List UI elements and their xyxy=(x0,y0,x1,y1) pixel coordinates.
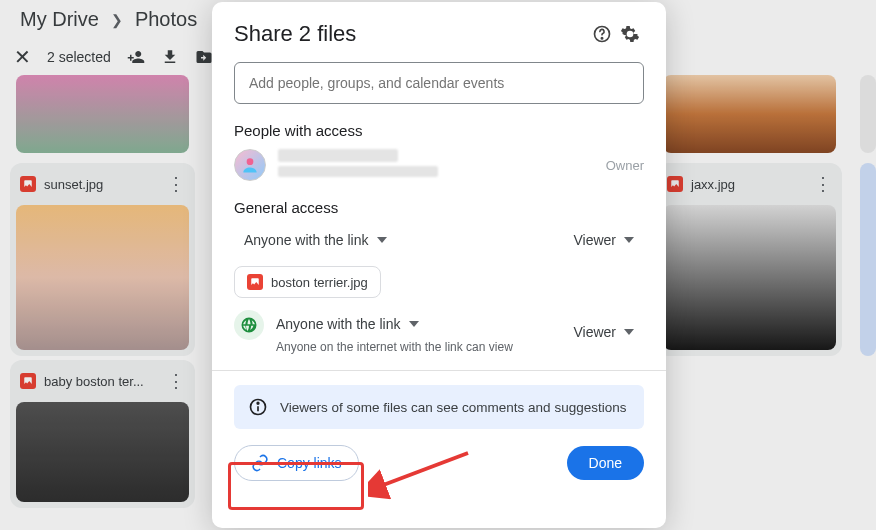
image-badge-icon xyxy=(20,176,36,192)
person-email-redacted xyxy=(278,166,438,177)
role-owner-label: Owner xyxy=(606,158,644,173)
file-name: sunset.jpg xyxy=(44,177,103,192)
avatar xyxy=(234,149,266,181)
file-thumbnail[interactable] xyxy=(663,205,836,350)
file-tile[interactable]: sunset.jpg ⋮ xyxy=(10,163,195,356)
person-name-redacted xyxy=(278,149,398,162)
dialog-title: Share 2 files xyxy=(234,21,588,47)
caret-down-icon xyxy=(624,237,634,243)
file-chip[interactable]: boston terrier.jpg xyxy=(234,266,381,298)
svg-point-1 xyxy=(601,38,602,39)
role-dropdown[interactable]: Viewer xyxy=(563,226,644,254)
file-thumbnail[interactable] xyxy=(16,205,189,350)
download-icon[interactable] xyxy=(161,48,179,66)
file-thumbnail[interactable] xyxy=(16,75,189,153)
crumb-photos[interactable]: Photos xyxy=(135,8,197,31)
file-thumbnail[interactable] xyxy=(860,75,876,153)
file-chip-label: boston terrier.jpg xyxy=(271,275,368,290)
selection-count: 2 selected xyxy=(47,49,111,65)
file-tile[interactable] xyxy=(860,163,876,356)
more-vert-icon[interactable]: ⋮ xyxy=(167,173,185,195)
chevron-right-icon: ❯ xyxy=(111,12,123,28)
access-scope-dropdown[interactable]: Anyone with the link xyxy=(276,310,429,338)
move-icon[interactable] xyxy=(195,48,213,66)
caret-down-icon xyxy=(377,237,387,243)
file-thumbnail[interactable] xyxy=(16,402,189,502)
file-tile[interactable]: baby boston ter... ⋮ xyxy=(10,360,195,508)
role-dropdown[interactable]: Viewer xyxy=(563,318,644,346)
done-button[interactable]: Done xyxy=(567,446,644,480)
gear-icon[interactable] xyxy=(616,20,644,48)
info-icon xyxy=(248,397,268,417)
people-section-title: People with access xyxy=(212,122,666,139)
more-vert-icon[interactable]: ⋮ xyxy=(167,370,185,392)
file-tile[interactable]: jaxx.jpg ⋮ xyxy=(657,163,842,356)
caret-down-icon xyxy=(624,329,634,335)
file-name: jaxx.jpg xyxy=(691,177,735,192)
file-name: baby boston ter... xyxy=(44,374,144,389)
general-access-title: General access xyxy=(212,199,666,216)
link-icon xyxy=(251,454,269,472)
caret-down-icon xyxy=(409,321,419,327)
info-banner: Viewers of some files can see comments a… xyxy=(234,385,644,429)
help-icon[interactable] xyxy=(588,20,616,48)
image-badge-icon xyxy=(667,176,683,192)
image-badge-icon xyxy=(247,274,263,290)
person-row: Owner xyxy=(212,149,666,181)
image-badge-icon xyxy=(20,373,36,389)
globe-icon xyxy=(234,310,264,340)
more-vert-icon[interactable]: ⋮ xyxy=(814,173,832,195)
share-dialog: Share 2 files People with access Owner G… xyxy=(212,2,666,528)
close-selection-icon[interactable]: ✕ xyxy=(14,45,31,69)
add-people-input[interactable] xyxy=(234,62,644,104)
file-thumbnail[interactable] xyxy=(663,75,836,153)
divider xyxy=(212,370,666,371)
svg-point-2 xyxy=(247,158,254,165)
share-person-icon[interactable] xyxy=(127,48,145,66)
access-scope-description: Anyone on the internet with the link can… xyxy=(276,340,513,354)
banner-text: Viewers of some files can see comments a… xyxy=(280,400,626,415)
access-scope-dropdown[interactable]: Anyone with the link xyxy=(234,226,397,254)
copy-links-button[interactable]: Copy links xyxy=(234,445,359,481)
svg-point-5 xyxy=(257,402,259,404)
crumb-my-drive[interactable]: My Drive xyxy=(20,8,99,31)
